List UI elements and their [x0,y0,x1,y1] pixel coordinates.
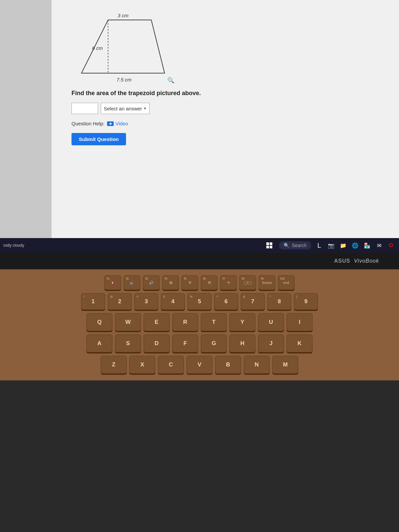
submit-question-button[interactable]: Submit Question [71,133,126,145]
taskbar-icon-office[interactable]: O [386,241,396,250]
key-f8[interactable]: f8 ⬚/⬚ [239,275,256,290]
key-r[interactable]: R [172,313,198,331]
key-f9[interactable]: f9 home [259,275,275,290]
taskbar-icon-camera[interactable]: 📷 [327,241,336,250]
key-f[interactable]: F [172,334,198,352]
key-f6[interactable]: f6 ✉ [201,275,217,290]
keyboard-area: f1 🔇 f2 🔉 f3 🔊 f4 ⊞ f5 ☀ f6 ✉ f7 ✦ f8 [0,269,399,380]
taskbar-center: 🔍 Search [264,240,311,250]
search-label: Search [292,243,307,248]
key-f10[interactable]: f10 end [278,275,295,290]
key-n[interactable]: N [244,356,270,374]
key-f2[interactable]: f2 🔉 [124,275,140,290]
key-5[interactable]: % 5 [188,293,211,310]
taskbar-right: L 📷 📁 🌐 🏪 ✉ O [315,241,396,250]
diagram-area: 3 cm 6 cm 7.5 cm 🔍 [71,10,379,83]
question-text: Find the area of the trapezoid pictured … [71,90,379,97]
key-3[interactable]: # 3 [134,293,158,310]
key-w[interactable]: W [115,313,141,331]
key-q[interactable]: Q [86,313,112,331]
answer-input-box[interactable] [71,103,98,114]
laptop-bezel: ASUS VivoBook [0,253,399,269]
asus-brand-label: ASUS VivoBook [334,258,379,264]
asdf-row: A S D F G H J K [7,334,392,352]
key-f7[interactable]: f7 ✦ [220,275,237,290]
svg-text:🔍: 🔍 [167,77,175,83]
sidebar [0,0,52,253]
key-y[interactable]: Y [229,313,255,331]
key-f5[interactable]: f5 ☀ [182,275,198,290]
key-i[interactable]: I [287,313,313,331]
weather-text: ostly cloudy [3,243,24,248]
key-e[interactable]: E [144,313,170,331]
key-f3[interactable]: f3 🔊 [143,275,160,290]
taskbar-icon-folder[interactable]: 📁 [338,241,348,250]
key-c[interactable]: C [158,356,184,374]
key-k[interactable]: K [287,334,313,352]
dropdown-arrow-icon: ▾ [144,106,146,111]
key-f4[interactable]: f4 ⊞ [162,275,179,290]
laptop-screen: 3 cm 6 cm 7.5 cm 🔍 Find the area of the … [0,0,399,253]
key-m[interactable]: M [272,356,298,374]
video-link-label: Video [115,121,128,126]
key-9[interactable]: ( 9 [294,293,318,310]
key-v[interactable]: V [187,356,212,374]
taskbar-icon-store[interactable]: 🏪 [362,241,372,250]
main-content: 3 cm 6 cm 7.5 cm 🔍 Find the area of the … [52,0,399,238]
key-d[interactable]: D [144,334,170,352]
taskbar-icon-text[interactable]: L [315,241,324,250]
key-j[interactable]: J [258,334,284,352]
number-row: ! 1 @ 2 # 3 $ 4 % 5 ^ 6 & 7 * 8 [7,293,392,310]
video-link[interactable]: Video [107,121,128,126]
key-6[interactable]: ^ 6 [214,293,238,310]
svg-text:6 cm: 6 cm [92,45,103,51]
key-b[interactable]: B [215,356,241,374]
key-s[interactable]: S [115,334,141,352]
taskbar-search-bar[interactable]: 🔍 Search [279,241,311,249]
question-help-row: Question Help: Video [71,121,379,126]
taskbar-left: ostly cloudy [3,243,261,248]
key-1[interactable]: ! 1 [81,293,105,310]
question-help-label: Question Help: [71,121,104,126]
search-icon: 🔍 [284,243,289,248]
taskbar: ostly cloudy 🔍 Search L 📷 📁 🌐 🏪 ✉ O [0,238,399,253]
key-4[interactable]: $ 4 [161,293,185,310]
key-g[interactable]: G [201,334,227,352]
key-8[interactable]: * 8 [267,293,291,310]
key-f1[interactable]: f1 🔇 [104,275,121,290]
key-h[interactable]: H [229,334,255,352]
svg-text:7.5 cm: 7.5 cm [116,77,131,82]
key-z[interactable]: Z [101,356,127,374]
trapezoid-diagram: 3 cm 6 cm 7.5 cm 🔍 [71,10,178,83]
key-t[interactable]: T [201,313,227,331]
taskbar-icon-mail[interactable]: ✉ [374,241,384,250]
answer-row: Select an answer ▾ [71,103,379,114]
windows-start-button[interactable] [264,240,274,250]
key-7[interactable]: & 7 [241,293,265,310]
key-u[interactable]: U [258,313,284,331]
zxcv-row: Z X C V B N M [7,356,392,374]
qwerty-row: Q W E R T Y U I [7,313,392,331]
svg-text:3 cm: 3 cm [118,13,129,18]
select-answer-dropdown[interactable]: Select an answer ▾ [101,103,150,114]
video-play-icon [107,121,114,126]
fn-key-row: f1 🔇 f2 🔉 f3 🔊 f4 ⊞ f5 ☀ f6 ✉ f7 ✦ f8 [7,275,392,290]
windows-logo-icon [266,242,272,248]
select-answer-label: Select an answer [104,106,142,111]
taskbar-icon-browser[interactable]: 🌐 [350,241,360,250]
key-2[interactable]: @ 2 [108,293,132,310]
key-x[interactable]: X [129,356,155,374]
key-a[interactable]: A [86,334,112,352]
